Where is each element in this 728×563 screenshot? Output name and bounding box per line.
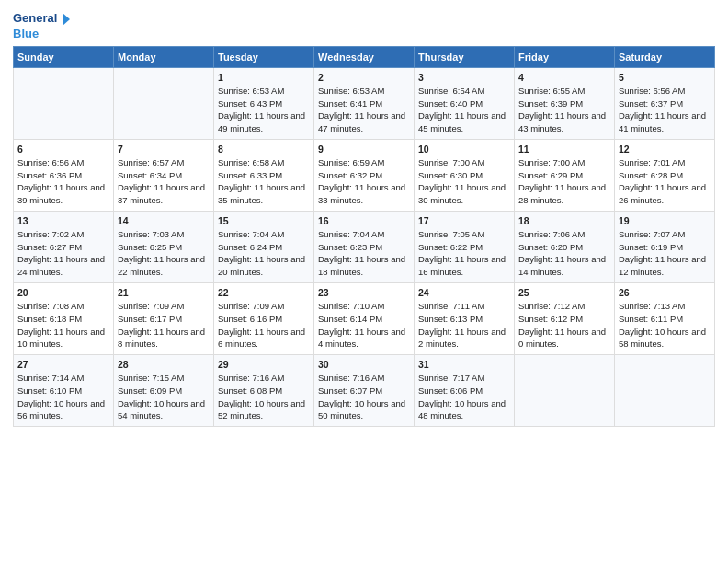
day-info: Sunrise: 7:16 AM Sunset: 6:08 PM Dayligh… xyxy=(218,372,310,422)
day-number: 17 xyxy=(418,215,510,226)
calendar-cell xyxy=(14,67,114,139)
day-info: Sunrise: 6:53 AM Sunset: 6:43 PM Dayligh… xyxy=(218,85,310,135)
week-row-1: 1Sunrise: 6:53 AM Sunset: 6:43 PM Daylig… xyxy=(14,67,715,139)
calendar-cell: 28Sunrise: 7:15 AM Sunset: 6:09 PM Dayli… xyxy=(114,355,214,427)
day-number: 23 xyxy=(318,287,410,298)
logo: General Blue xyxy=(13,11,73,42)
day-number: 27 xyxy=(17,359,109,370)
day-info: Sunrise: 7:14 AM Sunset: 6:10 PM Dayligh… xyxy=(17,372,109,422)
day-number: 20 xyxy=(17,287,109,298)
day-number: 31 xyxy=(418,359,510,370)
day-info: Sunrise: 7:02 AM Sunset: 6:27 PM Dayligh… xyxy=(17,228,109,279)
day-number: 12 xyxy=(619,144,711,155)
day-info: Sunrise: 7:04 AM Sunset: 6:23 PM Dayligh… xyxy=(318,228,410,279)
weekday-header-monday: Monday xyxy=(114,46,214,67)
calendar-cell: 15Sunrise: 7:04 AM Sunset: 6:24 PM Dayli… xyxy=(214,211,314,282)
calendar-cell: 27Sunrise: 7:14 AM Sunset: 6:10 PM Dayli… xyxy=(14,355,114,427)
day-info: Sunrise: 7:16 AM Sunset: 6:07 PM Dayligh… xyxy=(318,372,410,422)
calendar-cell: 18Sunrise: 7:06 AM Sunset: 6:20 PM Dayli… xyxy=(515,211,615,282)
day-info: Sunrise: 6:54 AM Sunset: 6:40 PM Dayligh… xyxy=(418,85,510,135)
day-info: Sunrise: 6:59 AM Sunset: 6:32 PM Dayligh… xyxy=(318,156,410,207)
calendar-cell: 12Sunrise: 7:01 AM Sunset: 6:28 PM Dayli… xyxy=(615,139,715,211)
calendar-cell: 3Sunrise: 6:54 AM Sunset: 6:40 PM Daylig… xyxy=(415,67,515,139)
weekday-header-tuesday: Tuesday xyxy=(214,46,314,67)
calendar-cell: 22Sunrise: 7:09 AM Sunset: 6:16 PM Dayli… xyxy=(214,282,314,354)
day-number: 1 xyxy=(218,72,310,83)
logo-blue: Blue xyxy=(13,27,73,42)
day-number: 16 xyxy=(318,215,410,226)
day-number: 5 xyxy=(619,72,711,83)
day-number: 28 xyxy=(118,359,210,370)
calendar-cell: 6Sunrise: 6:56 AM Sunset: 6:36 PM Daylig… xyxy=(14,139,114,211)
day-number: 7 xyxy=(118,144,210,155)
day-number: 29 xyxy=(218,359,310,370)
calendar-cell: 20Sunrise: 7:08 AM Sunset: 6:18 PM Dayli… xyxy=(14,282,114,354)
day-info: Sunrise: 7:06 AM Sunset: 6:20 PM Dayligh… xyxy=(518,228,610,279)
week-row-5: 27Sunrise: 7:14 AM Sunset: 6:10 PM Dayli… xyxy=(14,355,715,427)
day-number: 10 xyxy=(418,144,510,155)
calendar-cell: 17Sunrise: 7:05 AM Sunset: 6:22 PM Dayli… xyxy=(415,211,515,282)
day-number: 15 xyxy=(218,215,310,226)
day-info: Sunrise: 6:58 AM Sunset: 6:33 PM Dayligh… xyxy=(218,156,310,207)
calendar-cell: 13Sunrise: 7:02 AM Sunset: 6:27 PM Dayli… xyxy=(14,211,114,282)
calendar-cell: 26Sunrise: 7:13 AM Sunset: 6:11 PM Dayli… xyxy=(615,282,715,354)
calendar-cell: 14Sunrise: 7:03 AM Sunset: 6:25 PM Dayli… xyxy=(114,211,214,282)
calendar-cell: 10Sunrise: 7:00 AM Sunset: 6:30 PM Dayli… xyxy=(415,139,515,211)
day-info: Sunrise: 7:10 AM Sunset: 6:14 PM Dayligh… xyxy=(318,300,410,350)
day-number: 30 xyxy=(318,359,410,370)
day-number: 11 xyxy=(518,144,610,155)
calendar-cell: 8Sunrise: 6:58 AM Sunset: 6:33 PM Daylig… xyxy=(214,139,314,211)
day-info: Sunrise: 7:00 AM Sunset: 6:30 PM Dayligh… xyxy=(418,156,510,207)
calendar-cell: 9Sunrise: 6:59 AM Sunset: 6:32 PM Daylig… xyxy=(314,139,415,211)
calendar-cell: 21Sunrise: 7:09 AM Sunset: 6:17 PM Dayli… xyxy=(114,282,214,354)
day-info: Sunrise: 7:09 AM Sunset: 6:16 PM Dayligh… xyxy=(218,300,310,350)
day-number: 8 xyxy=(218,144,310,155)
day-info: Sunrise: 6:55 AM Sunset: 6:39 PM Dayligh… xyxy=(518,85,610,135)
main-container: General Blue SundayMondayTuesdayWednesda… xyxy=(0,0,728,434)
day-number: 2 xyxy=(318,72,410,83)
calendar-cell: 16Sunrise: 7:04 AM Sunset: 6:23 PM Dayli… xyxy=(314,211,415,282)
day-number: 22 xyxy=(218,287,310,298)
day-info: Sunrise: 7:05 AM Sunset: 6:22 PM Dayligh… xyxy=(418,228,510,279)
day-info: Sunrise: 6:56 AM Sunset: 6:36 PM Dayligh… xyxy=(17,156,109,207)
day-info: Sunrise: 7:11 AM Sunset: 6:13 PM Dayligh… xyxy=(418,300,510,350)
day-number: 6 xyxy=(17,144,109,155)
day-number: 4 xyxy=(518,72,610,83)
calendar-cell xyxy=(114,67,214,139)
day-number: 24 xyxy=(418,287,510,298)
day-info: Sunrise: 7:08 AM Sunset: 6:18 PM Dayligh… xyxy=(17,300,109,350)
weekday-header-friday: Friday xyxy=(515,46,615,67)
weekday-header-sunday: Sunday xyxy=(14,46,114,67)
calendar-cell: 23Sunrise: 7:10 AM Sunset: 6:14 PM Dayli… xyxy=(314,282,415,354)
day-number: 19 xyxy=(619,215,711,226)
day-number: 14 xyxy=(118,215,210,226)
calendar-cell: 25Sunrise: 7:12 AM Sunset: 6:12 PM Dayli… xyxy=(515,282,615,354)
day-info: Sunrise: 7:13 AM Sunset: 6:11 PM Dayligh… xyxy=(619,300,711,350)
day-info: Sunrise: 6:56 AM Sunset: 6:37 PM Dayligh… xyxy=(619,85,711,135)
logo-general: General xyxy=(13,11,73,27)
weekday-header-saturday: Saturday xyxy=(615,46,715,67)
week-row-3: 13Sunrise: 7:02 AM Sunset: 6:27 PM Dayli… xyxy=(14,211,715,282)
day-info: Sunrise: 7:15 AM Sunset: 6:09 PM Dayligh… xyxy=(118,372,210,422)
calendar-cell: 19Sunrise: 7:07 AM Sunset: 6:19 PM Dayli… xyxy=(615,211,715,282)
week-row-2: 6Sunrise: 6:56 AM Sunset: 6:36 PM Daylig… xyxy=(14,139,715,211)
calendar-cell: 24Sunrise: 7:11 AM Sunset: 6:13 PM Dayli… xyxy=(415,282,515,354)
day-info: Sunrise: 7:07 AM Sunset: 6:19 PM Dayligh… xyxy=(619,228,711,279)
day-info: Sunrise: 7:17 AM Sunset: 6:06 PM Dayligh… xyxy=(418,372,510,422)
day-info: Sunrise: 7:04 AM Sunset: 6:24 PM Dayligh… xyxy=(218,228,310,279)
day-number: 18 xyxy=(518,215,610,226)
calendar-cell: 5Sunrise: 6:56 AM Sunset: 6:37 PM Daylig… xyxy=(615,67,715,139)
day-number: 13 xyxy=(17,215,109,226)
calendar-cell: 7Sunrise: 6:57 AM Sunset: 6:34 PM Daylig… xyxy=(114,139,214,211)
day-info: Sunrise: 7:12 AM Sunset: 6:12 PM Dayligh… xyxy=(518,300,610,350)
weekday-header-wednesday: Wednesday xyxy=(314,46,415,67)
day-number: 3 xyxy=(418,72,510,83)
day-info: Sunrise: 7:09 AM Sunset: 6:17 PM Dayligh… xyxy=(118,300,210,350)
day-number: 25 xyxy=(518,287,610,298)
header: General Blue xyxy=(13,11,715,42)
calendar-cell: 1Sunrise: 6:53 AM Sunset: 6:43 PM Daylig… xyxy=(214,67,314,139)
calendar-cell: 2Sunrise: 6:53 AM Sunset: 6:41 PM Daylig… xyxy=(314,67,415,139)
day-info: Sunrise: 6:57 AM Sunset: 6:34 PM Dayligh… xyxy=(118,156,210,207)
day-info: Sunrise: 7:03 AM Sunset: 6:25 PM Dayligh… xyxy=(118,228,210,279)
calendar-cell: 29Sunrise: 7:16 AM Sunset: 6:08 PM Dayli… xyxy=(214,355,314,427)
